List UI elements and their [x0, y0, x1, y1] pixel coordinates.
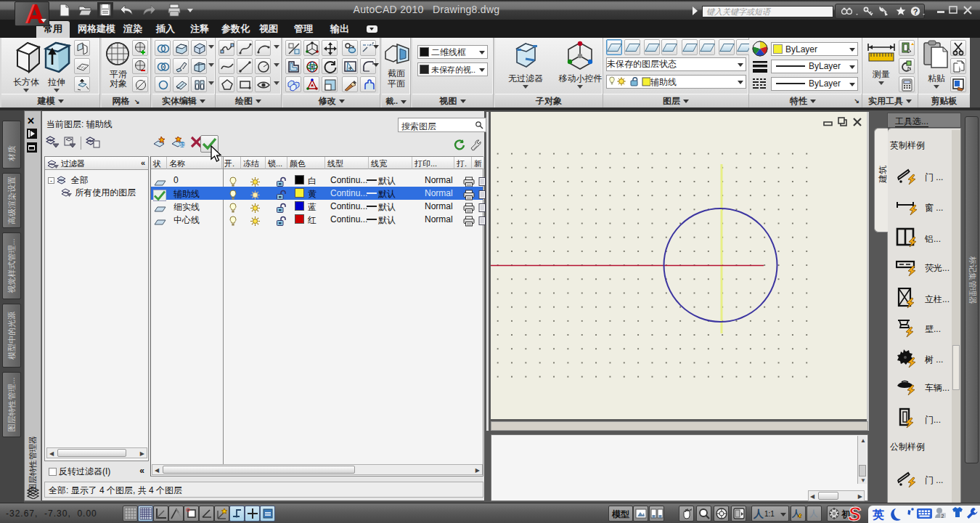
svg-text:人: 人 [753, 508, 764, 519]
svg-text:2: 2 [942, 514, 944, 519]
svg-text:英: 英 [872, 508, 884, 521]
svg-text:S: S [848, 503, 861, 523]
svg-text:63: 63 [179, 142, 185, 147]
svg-text:?: ? [913, 7, 918, 16]
svg-text:人: 人 [809, 508, 818, 519]
svg-text:1:1: 1:1 [764, 510, 775, 518]
